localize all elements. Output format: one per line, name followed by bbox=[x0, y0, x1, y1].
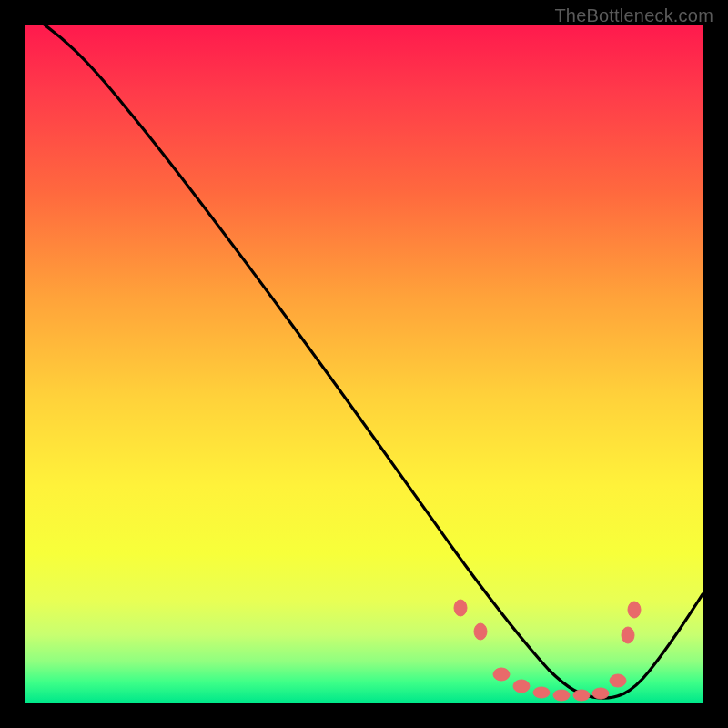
svg-point-9 bbox=[622, 627, 634, 643]
chart-plot-area bbox=[25, 25, 703, 703]
svg-point-3 bbox=[513, 680, 530, 693]
svg-point-7 bbox=[592, 688, 609, 699]
svg-point-2 bbox=[493, 668, 510, 681]
svg-point-0 bbox=[454, 600, 467, 616]
flat-range-dots bbox=[454, 600, 641, 701]
svg-point-6 bbox=[573, 690, 590, 701]
svg-point-10 bbox=[628, 602, 641, 618]
watermark-text: TheBottleneck.com bbox=[554, 5, 713, 26]
svg-point-5 bbox=[553, 690, 570, 701]
svg-point-8 bbox=[610, 674, 626, 687]
chart-frame: TheBottleneck.com bbox=[0, 0, 728, 728]
svg-point-1 bbox=[474, 623, 487, 640]
svg-point-4 bbox=[533, 687, 550, 698]
bottleneck-curve bbox=[25, 25, 703, 703]
curve-path bbox=[25, 25, 703, 698]
